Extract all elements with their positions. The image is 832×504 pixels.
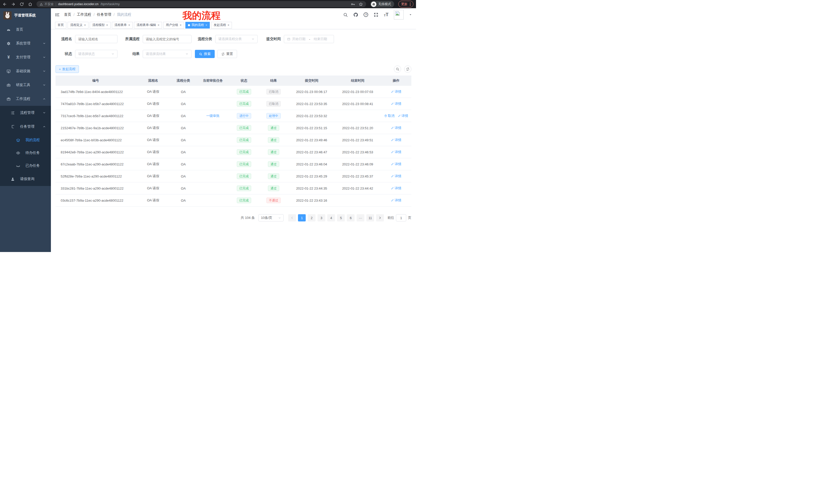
sidebar-item-devtools[interactable]: 研发工具 — [0, 78, 51, 92]
detail-link[interactable]: 详情 — [398, 114, 408, 118]
status-select[interactable]: 请选择状态 — [75, 50, 118, 58]
page-button[interactable]: 3 — [317, 214, 325, 221]
avatar[interactable] — [394, 10, 404, 20]
detail-link[interactable]: 详情 — [391, 89, 401, 94]
edit-pen-icon — [398, 114, 401, 117]
sidebar-item-payment[interactable]: ¥ 支付管理 — [0, 50, 51, 64]
update-button[interactable]: 更新 — [398, 1, 413, 7]
detail-link[interactable]: 详情 — [391, 174, 401, 178]
next-page-button[interactable] — [376, 214, 384, 221]
tab-label: 首页 — [58, 23, 64, 27]
page-button[interactable]: 11 — [366, 214, 374, 221]
sidebar-item-process-mgmt[interactable]: 流程管理 — [0, 106, 51, 120]
result-badge: 通过 — [268, 186, 279, 191]
current-task-link[interactable]: 一级审批 — [196, 114, 230, 118]
view-tab[interactable]: 首页 — [55, 22, 66, 29]
text-size-icon[interactable]: TT — [384, 12, 389, 17]
view-tab[interactable]: 用户分组 × — [163, 22, 184, 29]
sidebar-item-infra[interactable]: 基础设施 — [0, 64, 51, 78]
url-path: /bpm/task/my — [101, 2, 120, 6]
table-search-button[interactable] — [394, 65, 401, 73]
key-icon[interactable] — [351, 2, 355, 6]
security-badge[interactable]: 不安全 — [40, 2, 54, 6]
search-button[interactable]: 搜索 — [195, 50, 215, 58]
sidebar-item-my-process[interactable]: 我的流程 — [0, 134, 51, 146]
detail-link[interactable]: 详情 — [391, 186, 401, 191]
table-refresh-button[interactable] — [404, 65, 411, 73]
view-tab[interactable]: 流程定义 × — [68, 22, 88, 29]
cancel-link[interactable]: 取消 — [384, 114, 395, 118]
help-icon[interactable]: ? — [364, 12, 368, 17]
close-icon[interactable]: × — [106, 23, 108, 27]
reset-button[interactable]: 重置 — [217, 50, 237, 58]
reload-icon[interactable] — [20, 2, 24, 6]
back-icon[interactable] — [3, 2, 7, 6]
bookmark-star-icon[interactable] — [359, 2, 363, 6]
goto-page-input[interactable] — [396, 214, 406, 221]
detail-link[interactable]: 详情 — [391, 150, 401, 155]
process-definition-input[interactable] — [143, 35, 191, 43]
close-icon[interactable]: × — [228, 23, 229, 27]
sidebar-item-todo-tasks[interactable]: 待办任务 — [0, 146, 51, 159]
home-icon[interactable] — [28, 2, 32, 6]
breadcrumb-home[interactable]: 首页 — [64, 12, 71, 17]
sidebar-item-done-tasks[interactable]: 已办任务 — [0, 159, 51, 172]
submit-time-range[interactable]: 开始日期 - 结束日期 — [284, 35, 334, 43]
warning-icon — [40, 3, 43, 6]
view-tab[interactable]: 发起流程 × — [211, 22, 232, 29]
fullscreen-icon[interactable] — [373, 12, 379, 17]
sidebar-item-leave-query[interactable]: 请假查询 — [0, 172, 51, 186]
col-result: 结果 — [258, 78, 289, 83]
url-bar[interactable]: 不安全 dashboard.yudao.iocoder.cn/bpm/task/… — [36, 1, 366, 7]
process-name-input[interactable] — [75, 35, 118, 43]
close-icon[interactable]: × — [84, 23, 86, 27]
view-tab[interactable]: 流程模型 × — [90, 22, 110, 29]
breadcrumb-workflow[interactable]: 工作流程 — [77, 12, 91, 17]
sidebar-fold-icon[interactable] — [55, 12, 60, 17]
caret-down-icon[interactable] — [409, 13, 412, 16]
app-logo — [3, 11, 11, 20]
sidebar-item-workflow[interactable]: 工作流程 — [0, 92, 51, 106]
process-id: 7470a810-7b9b-11ec-b5b7-acde48001122 — [55, 102, 136, 106]
view-tab[interactable]: 流程表单 × — [112, 22, 133, 29]
prev-page-button[interactable] — [288, 214, 296, 221]
page-button[interactable]: 1 — [298, 214, 306, 221]
breadcrumb-task-mgmt[interactable]: 任务管理 — [97, 12, 111, 17]
sidebar-item-system[interactable]: 系统管理 — [0, 36, 51, 50]
process-name: OA 请假 — [136, 174, 171, 178]
detail-link[interactable]: 详情 — [391, 138, 401, 142]
view-tab[interactable]: 流程表单-编辑 × — [134, 22, 162, 29]
result-badge: 不通过 — [266, 198, 281, 203]
close-icon[interactable]: × — [158, 23, 159, 27]
detail-link[interactable]: 详情 — [391, 102, 401, 106]
process-category: OA — [171, 150, 196, 154]
tab-bar: 首页 流程定义 × 流程模型 × 流程表单 — [51, 21, 416, 29]
page-button[interactable]: 5 — [337, 214, 345, 221]
result-select[interactable]: 请选择流结果 — [143, 50, 191, 58]
close-icon[interactable]: × — [128, 23, 130, 27]
breadcrumb-separator: / — [114, 12, 115, 17]
close-icon[interactable]: × — [180, 23, 182, 27]
detail-link[interactable]: 详情 — [391, 162, 401, 166]
browser-menu-icon[interactable] — [410, 3, 411, 6]
sidebar-item-label: 流程管理 — [20, 110, 34, 115]
sidebar-item-task-mgmt[interactable]: 任务管理 — [0, 120, 51, 134]
tab-label: 流程表单-编辑 — [136, 23, 156, 27]
detail-link[interactable]: 详情 — [391, 125, 401, 130]
forward-icon[interactable] — [11, 2, 16, 6]
chevron-down-icon — [43, 69, 46, 73]
close-icon[interactable]: × — [205, 23, 207, 27]
page-size-select[interactable]: 10条/页 — [258, 214, 284, 221]
view-tab[interactable]: 我的流程 × — [185, 22, 210, 29]
search-icon[interactable] — [343, 12, 348, 17]
page-button[interactable]: 6 — [347, 214, 355, 221]
page-button[interactable]: ··· — [357, 214, 364, 221]
create-process-button[interactable]: + 发起流程 — [55, 65, 79, 73]
github-icon[interactable] — [353, 12, 358, 17]
page-button[interactable]: 4 — [327, 214, 335, 221]
detail-link[interactable]: 详情 — [391, 198, 401, 203]
sidebar-item-home[interactable]: 首页 — [0, 23, 51, 36]
flow-tree-icon — [10, 124, 15, 129]
category-select[interactable]: 请选择流程分类 — [215, 35, 258, 43]
page-button[interactable]: 2 — [308, 214, 315, 221]
